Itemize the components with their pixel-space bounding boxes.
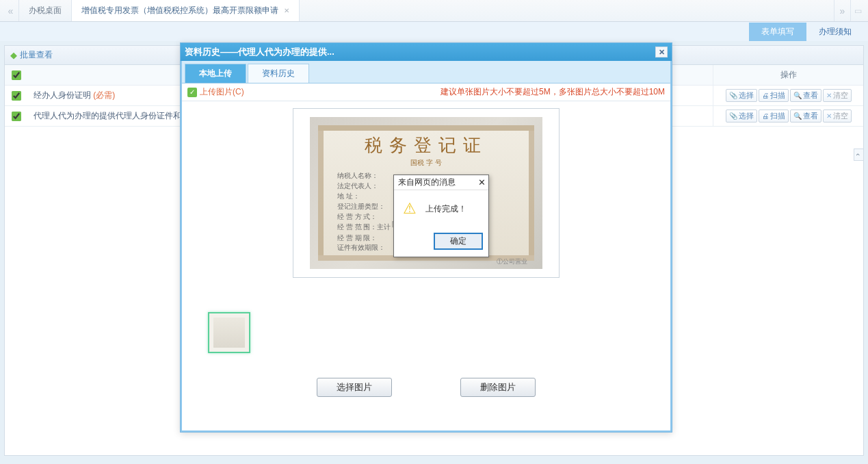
view-button[interactable]: 🔍查看: [790, 89, 821, 102]
tab-local-upload[interactable]: 本地上传: [185, 64, 246, 83]
thumbnail[interactable]: [208, 312, 250, 353]
cert-title: 税务登记证: [310, 133, 542, 157]
thumbnail-row: [182, 285, 670, 353]
clear-button[interactable]: ✕清空: [823, 109, 852, 123]
alert-message: 上传完成！: [425, 203, 466, 215]
view-button[interactable]: 🔍查看: [790, 109, 821, 123]
cert-fields: 纳税人名称： 法定代表人： 地 址： 登记注册类型： 经 营 方 式： 经 营 …: [337, 170, 397, 232]
cert-corner: ①公司营业: [497, 257, 527, 266]
upload-bar: ✓ 上传图片(C) 建议单张图片大小不要超过5M，多张图片总大小不要超过10M: [182, 83, 670, 101]
batch-header-title: 批量查看: [20, 49, 53, 61]
check-all[interactable]: [12, 70, 21, 80]
alert-title-text: 来自网页的消息: [398, 177, 456, 188]
upload-hint: 建议单张图片大小不要超过5M，多张图片总大小不要超过10M: [440, 86, 665, 98]
subbar: 表单填写 办理须知: [0, 22, 868, 41]
subtab-notice[interactable]: 办理须知: [806, 23, 864, 41]
select-button[interactable]: 📎选择: [726, 89, 757, 102]
alert-dialog: 来自网页的消息 ✕ ⚠ 上传完成！ 确定: [393, 175, 489, 257]
scan-icon: 🖨: [762, 112, 769, 120]
dialog-close-button[interactable]: ✕: [655, 47, 668, 57]
scan-button[interactable]: 🖨扫描: [759, 89, 789, 102]
clear-icon: ✕: [826, 112, 832, 120]
scan-button[interactable]: 🖨扫描: [759, 109, 789, 123]
dialog-tabs: 本地上传 资料历史: [182, 61, 670, 83]
select-button[interactable]: 📎选择: [726, 109, 757, 123]
warning-icon: ⚠: [401, 200, 419, 218]
alert-footer: 确定: [394, 230, 488, 257]
edge-tab[interactable]: ‹: [854, 149, 863, 161]
alert-close-button[interactable]: ✕: [478, 177, 486, 188]
tab-close-icon[interactable]: ✕: [284, 7, 289, 14]
upload-link[interactable]: 上传图片(C): [200, 86, 244, 98]
tab-desktop-label: 办税桌面: [29, 5, 62, 16]
tabbar-prev[interactable]: «: [3, 0, 19, 21]
check-all-col[interactable]: [5, 70, 28, 80]
alert-body: ⚠ 上传完成！: [394, 190, 488, 230]
tab-invoice-limit[interactable]: 增值税专用发票（增值税税控系统）最高开票限额申请 ✕: [72, 0, 300, 21]
attach-icon: 📎: [729, 112, 737, 120]
attach-icon: 📎: [729, 92, 737, 99]
delete-image-button[interactable]: 删除图片: [460, 378, 536, 397]
cert-sub: 国税 字 号: [310, 158, 542, 168]
tabbar-next[interactable]: »: [834, 0, 850, 21]
top-tabbar: « 办税桌面 增值税专用发票（增值税税控系统）最高开票限额申请 ✕ » ▭: [0, 0, 868, 22]
choose-image-button[interactable]: 选择图片: [317, 378, 392, 397]
upload-icon: ✓: [187, 88, 197, 97]
view-icon: 🔍: [793, 92, 802, 99]
subtab-form-fill[interactable]: 表单填写: [749, 23, 806, 41]
clear-icon: ✕: [826, 92, 832, 99]
alert-titlebar: 来自网页的消息 ✕: [394, 175, 488, 190]
tab-desktop[interactable]: 办税桌面: [19, 0, 72, 21]
cert-bottom: 经 营 期 限： 证件有效期限：: [337, 233, 385, 253]
tab-history[interactable]: 资料历史: [248, 64, 309, 83]
dialog-footer: 选择图片 删除图片: [182, 353, 670, 408]
row-check[interactable]: [12, 112, 21, 121]
dialog-titlebar: 资料历史——代理人代为办理的提供... ✕: [181, 43, 672, 61]
scan-icon: 🖨: [762, 92, 769, 99]
op-header: 操作: [713, 65, 863, 85]
view-icon: 🔍: [793, 112, 802, 120]
dialog-title-text: 资料历史——代理人代为办理的提供...: [185, 46, 334, 58]
batch-header-icon: ◆: [10, 50, 17, 60]
row-check[interactable]: [12, 91, 21, 101]
alert-ok-button[interactable]: 确定: [434, 233, 483, 250]
tab-invoice-limit-label: 增值税专用发票（增值税税控系统）最高开票限额申请: [81, 5, 278, 16]
tabbar-menu[interactable]: ▭: [850, 0, 865, 21]
clear-button[interactable]: ✕清空: [823, 89, 852, 102]
